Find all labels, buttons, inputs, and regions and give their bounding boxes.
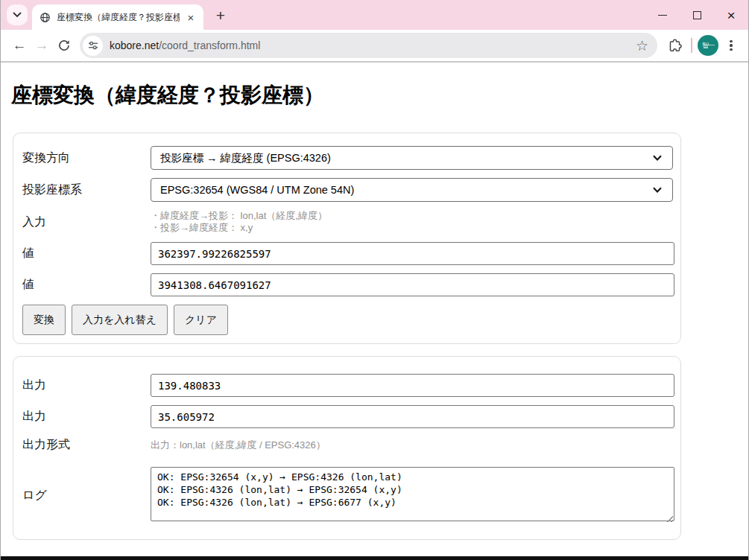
minimize-button[interactable] [645,0,680,30]
active-tab[interactable]: 座標変換（緯度経度？投影座標 × [32,4,203,30]
value2-row: 値 [22,273,673,296]
maximize-button[interactable] [680,0,714,30]
tab-close-icon[interactable]: × [184,10,197,24]
value1-label: 値 [22,246,151,261]
new-tab-button[interactable]: + [211,6,230,25]
crs-select[interactable]: EPSG:32654 (WGS84 / UTM Zone 54N) [151,178,673,202]
input-hint-line2: ・投影→緯度経度： x,y [151,222,673,234]
input-hint-line1: ・緯度経度→投影： lon,lat（経度,緯度） [151,210,673,222]
value2-label: 値 [22,277,151,293]
crs-select-value: EPSG:32654 (WGS84 / UTM Zone 54N) [160,184,653,196]
window-bottom-edge [1,556,748,560]
output-format-value: 出力：lon,lat（経度,緯度 / EPSG:4326） [151,439,326,451]
tab-search-button[interactable] [7,4,28,25]
direction-label: 変換方向 [22,150,151,166]
output-format-label: 出力形式 [22,437,151,453]
output-format-row: 出力形式 出力：lon,lat（経度,緯度 / EPSG:4326） [22,437,673,453]
output1-row: 出力 [22,374,673,397]
crs-label: 投影座標系 [22,182,151,198]
direction-select-value: 投影座標 → 緯度経度 (EPSG:4326) [160,151,653,165]
url-path: /coord_transform.html [159,39,260,51]
chevron-down-icon [653,155,662,161]
log-row: ログ OK: EPSG:32654 (x,y) → EPSG:4326 (lon… [22,467,673,524]
forward-button[interactable]: → [31,34,53,57]
toolbar-separator [691,38,692,53]
convert-button[interactable]: 変換 [22,305,66,335]
log-textarea[interactable]: OK: EPSG:32654 (x,y) → EPSG:4326 (lon,la… [151,467,674,521]
output-card: 出力 出力 出力形式 出力：lon,lat（経度,緯度 / EPSG:4326）… [13,356,681,540]
extensions-button[interactable] [663,34,686,57]
output1-input[interactable] [151,374,674,397]
tab-title: 座標変換（緯度経度？投影座標 [57,11,180,24]
value1-input[interactable] [151,242,674,265]
minimize-icon [658,15,667,16]
maximize-icon [693,11,701,19]
page-title: 座標変換（緯度経度？投影座標） [11,82,748,109]
profile-avatar[interactable]: 智一 [698,35,718,56]
page-content: 座標変換（緯度経度？投影座標） 変換方向 投影座標 → 緯度経度 (EPSG:4… [1,63,748,555]
window-controls: × [645,0,748,30]
input-label: 入力 [22,214,151,230]
menu-kebab-button[interactable] [721,36,741,55]
output2-input[interactable] [151,405,674,428]
reload-button[interactable] [53,34,75,57]
back-button[interactable]: ← [8,34,31,57]
url-text: kobore.net/coord_transform.html [110,39,630,51]
direction-row: 変換方向 投影座標 → 緯度経度 (EPSG:4326) [22,146,673,170]
close-button[interactable]: × [714,0,748,30]
puzzle-icon [667,38,683,54]
site-info-button[interactable] [83,36,103,56]
address-bar[interactable]: kobore.net/coord_transform.html ☆ [80,33,657,58]
close-icon: × [727,8,735,22]
output2-label: 出力 [22,409,151,424]
url-domain: kobore.net [110,39,159,51]
clear-button[interactable]: クリア [174,305,228,335]
log-label: ログ [22,488,151,503]
button-row: 変換 入力を入れ替え クリア [22,305,673,335]
value1-row: 値 [22,242,673,265]
tune-icon [87,39,99,51]
swap-inputs-button[interactable]: 入力を入れ替え [72,305,168,335]
output2-row: 出力 [22,405,673,428]
input-card: 変換方向 投影座標 → 緯度経度 (EPSG:4326) 投影座標系 EPSG:… [13,133,681,344]
browser-window: 座標変換（緯度経度？投影座標 × + × ← → kobor [0,0,749,560]
value2-input[interactable] [151,273,674,296]
browser-toolbar: ← → kobore.net/coord_transform.html ☆ [1,30,748,63]
output1-label: 出力 [22,378,151,393]
tab-strip: 座標変換（緯度経度？投影座標 × + × [1,0,748,30]
chevron-down-icon [13,12,22,18]
reload-icon [57,39,71,52]
globe-favicon-icon [39,12,51,23]
direction-select[interactable]: 投影座標 → 緯度経度 (EPSG:4326) [151,146,673,170]
chevron-down-icon [653,187,662,193]
input-hint-row: 入力 ・緯度経度→投影： lon,lat（経度,緯度） ・投影→緯度経度： x,… [22,210,673,234]
bookmark-star-icon[interactable]: ☆ [636,37,648,54]
crs-row: 投影座標系 EPSG:32654 (WGS84 / UTM Zone 54N) [22,178,673,202]
